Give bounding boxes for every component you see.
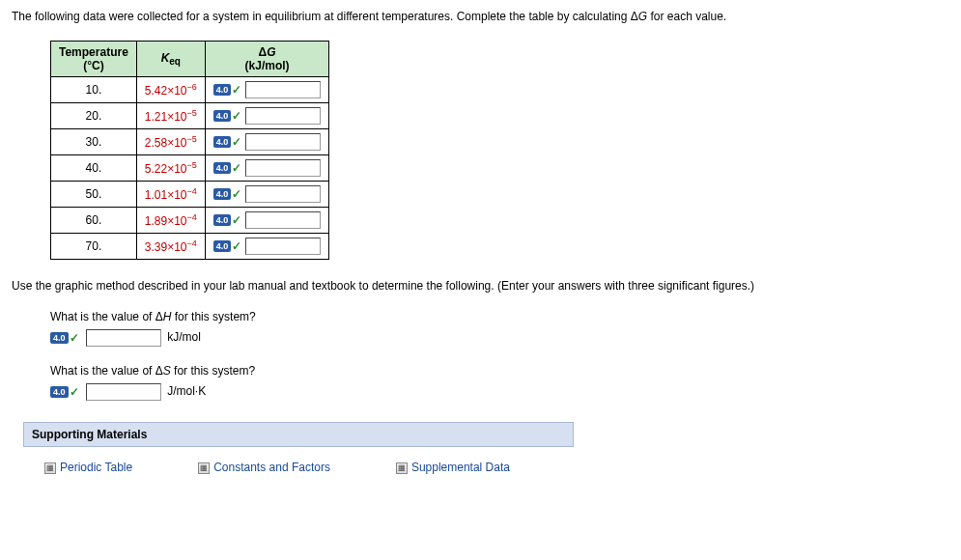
temp-cell: 40.: [51, 155, 137, 182]
instruction-text: The following data were collected for a …: [12, 8, 949, 25]
delta-g-input[interactable]: [245, 107, 321, 125]
temp-cell: 70.: [51, 234, 137, 260]
table-row: 60.1.89×10−44.0✓: [51, 208, 329, 234]
delta-g-input[interactable]: [245, 211, 321, 229]
points-badge: 4.0: [213, 214, 232, 226]
temp-cell: 10.: [51, 77, 137, 103]
header-keq: Keq: [136, 42, 205, 77]
delta-g-input[interactable]: [245, 159, 321, 177]
temp-cell: 60.: [51, 208, 137, 234]
data-table: Temperature (°C) Keq ΔG (kJ/mol) 10.5.42…: [50, 41, 329, 260]
delta-g-cell: 4.0✓: [205, 103, 329, 129]
check-icon: ✓: [232, 161, 241, 175]
supporting-materials-header: Supporting Materials: [23, 422, 574, 447]
header-delta-g: ΔG (kJ/mol): [205, 42, 329, 77]
header-temperature: Temperature (°C): [51, 42, 137, 77]
keq-cell: 2.58×10−5: [136, 129, 205, 155]
constants-link[interactable]: ▦ Constants and Factors: [198, 461, 330, 474]
question-ds: What is the value of ΔS for this system?…: [50, 364, 949, 401]
table-row: 20.1.21×10−54.0✓: [51, 103, 329, 129]
points-badge: 4.0: [213, 110, 232, 122]
delta-g-cell: 4.0✓: [205, 129, 329, 155]
temp-cell: 30.: [51, 129, 137, 155]
delta-g-cell: 4.0✓: [205, 208, 329, 234]
delta-g-input[interactable]: [245, 238, 321, 255]
delta-g-cell: 4.0✓: [205, 155, 329, 182]
supporting-links: ▦ Periodic Table ▦ Constants and Factors…: [23, 447, 949, 488]
table-icon: ▦: [44, 462, 56, 474]
table-row: 40.5.22×10−54.0✓: [51, 155, 329, 182]
check-icon: ✓: [232, 213, 241, 227]
question-dh: What is the value of ΔH for this system?…: [50, 310, 949, 347]
supplemental-link[interactable]: ▦ Supplemental Data: [396, 461, 510, 474]
temp-cell: 50.: [51, 182, 137, 208]
table-row: 50.1.01×10−44.0✓: [51, 182, 329, 208]
table-row: 10.5.42×10−64.0✓: [51, 77, 329, 103]
delta-g-cell: 4.0✓: [205, 77, 329, 103]
keq-cell: 1.89×10−4: [136, 208, 205, 234]
keq-cell: 5.42×10−6: [136, 77, 205, 103]
points-badge: 4.0: [213, 188, 232, 200]
keq-cell: 5.22×10−5: [136, 155, 205, 182]
dh-input[interactable]: [86, 329, 161, 347]
ds-unit: J/mol·K: [167, 384, 206, 398]
ds-input[interactable]: [86, 383, 161, 401]
points-badge: 4.0: [213, 162, 232, 174]
points-badge: 4.0: [213, 84, 232, 96]
check-icon: ✓: [232, 239, 241, 253]
check-icon: ✓: [70, 331, 79, 345]
delta-g-cell: 4.0✓: [205, 234, 329, 260]
question-ds-prompt: What is the value of ΔS for this system?: [50, 364, 949, 378]
table-row: 70.3.39×10−44.0✓: [51, 234, 329, 260]
instruction2-text: Use the graphic method described in your…: [12, 277, 949, 294]
check-icon: ✓: [232, 109, 241, 123]
table-icon: ▦: [396, 462, 408, 474]
keq-cell: 1.01×10−4: [136, 182, 205, 208]
periodic-table-link[interactable]: ▦ Periodic Table: [44, 461, 132, 474]
delta-g-cell: 4.0✓: [205, 182, 329, 208]
temp-cell: 20.: [51, 103, 137, 129]
check-icon: ✓: [232, 135, 241, 149]
check-icon: ✓: [232, 187, 241, 201]
delta-g-input[interactable]: [245, 81, 321, 98]
delta-g-input[interactable]: [245, 185, 321, 203]
points-badge: 4.0: [50, 386, 69, 398]
points-badge: 4.0: [50, 332, 69, 344]
table-row: 30.2.58×10−54.0✓: [51, 129, 329, 155]
table-icon: ▦: [198, 462, 210, 474]
points-badge: 4.0: [213, 240, 232, 252]
delta-g-input[interactable]: [245, 133, 321, 151]
keq-cell: 1.21×10−5: [136, 103, 205, 129]
question-dh-prompt: What is the value of ΔH for this system?: [50, 310, 949, 323]
points-badge: 4.0: [213, 136, 232, 148]
keq-cell: 3.39×10−4: [136, 234, 205, 260]
dh-unit: kJ/mol: [167, 330, 201, 344]
check-icon: ✓: [70, 385, 79, 399]
check-icon: ✓: [232, 83, 241, 97]
